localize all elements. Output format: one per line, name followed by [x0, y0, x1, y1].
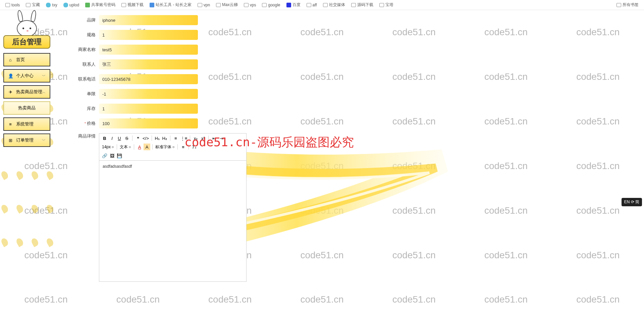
code-button[interactable]: </>	[142, 135, 150, 142]
folder-icon	[307, 3, 311, 7]
link-button[interactable]: 🔗	[101, 152, 108, 159]
input-limit[interactable]	[99, 89, 198, 99]
image-button[interactable]: 🖼	[109, 152, 115, 159]
toolbar-separator	[152, 136, 152, 141]
subscript-button[interactable]: x₂	[192, 135, 199, 142]
nav-label: 个人中心	[16, 73, 34, 79]
folder-icon	[121, 3, 126, 7]
logo-box: 后台管理	[2, 12, 52, 50]
bookmark-txy[interactable]: txy	[44, 1, 59, 8]
wm-text: code51.cn	[208, 294, 252, 305]
toolbar-separator	[190, 136, 190, 141]
wm-text: code51.cn	[576, 294, 620, 305]
row-brand: 品牌	[67, 15, 631, 25]
bookmark-label: 站长工具 - 站长之家	[156, 2, 192, 8]
nav-home[interactable]: ⌂首页	[3, 53, 50, 66]
strike-button[interactable]: S	[123, 135, 130, 142]
bookmark-label: 视频下载	[127, 2, 144, 8]
fontfamily-select[interactable]: 标准字体	[155, 144, 175, 150]
bookmark-label: 百度	[292, 2, 301, 8]
bunny-logo	[12, 12, 42, 39]
sidebar: 后台管理 ⌂首页 👤个人中心﹀ ✈热卖商品管理︿ 热卖商品 ≡系统管理 ⊞订单管…	[0, 10, 54, 151]
ol-button[interactable]: ≡	[172, 135, 179, 142]
fontsize-select[interactable]: 14px	[101, 144, 115, 150]
editor-content[interactable]: asdfadsasdfasdf	[99, 161, 246, 281]
textcolor-button[interactable]: A	[136, 144, 143, 150]
folder-icon	[244, 3, 249, 7]
label-brand: 品牌	[67, 17, 99, 23]
folder-icon	[216, 3, 221, 7]
input-stock[interactable]	[99, 104, 198, 114]
ul-button[interactable]: ⋮≡	[180, 135, 188, 142]
row-phone: 联系电话	[67, 74, 631, 84]
align-button[interactable]: ≡	[180, 144, 186, 150]
outdent-button[interactable]: ⇥	[218, 135, 225, 142]
nav-orders[interactable]: ⊞订单管理﹀	[3, 133, 50, 147]
nav-label: 首页	[16, 57, 25, 63]
row-contact: 联系人	[67, 59, 631, 69]
save-button[interactable]: 💾	[116, 152, 123, 159]
input-spec[interactable]	[99, 30, 198, 40]
bookmark-chinaz[interactable]: 站长工具 - 站长之家	[148, 1, 194, 8]
bookmark-vpn[interactable]: vpn	[196, 1, 212, 8]
label-price: 价格	[67, 120, 99, 126]
chevron-down-icon: ﹀	[42, 73, 46, 78]
folder-icon	[262, 3, 267, 7]
folder-icon	[616, 3, 621, 7]
toolbar-separator	[177, 144, 178, 150]
label-spec: 规格	[67, 32, 99, 38]
toolbar-separator	[134, 144, 134, 150]
input-phone[interactable]	[99, 74, 198, 84]
wm-text: code51.cn	[392, 294, 436, 305]
baidu-icon	[286, 3, 291, 7]
site-icon	[85, 3, 90, 7]
bookmark-video[interactable]: 视频下载	[119, 1, 146, 8]
folder-icon	[323, 3, 328, 7]
bookmark-tools[interactable]: tools	[3, 1, 22, 8]
bookmark-social[interactable]: 社交媒体	[321, 1, 347, 8]
quote-button[interactable]: ❝	[135, 135, 141, 142]
bookmark-max[interactable]: Max云梯	[214, 1, 240, 8]
underline-button[interactable]: U	[116, 135, 123, 142]
bookmark-baozang[interactable]: 宝藏	[24, 1, 42, 8]
toolbar-separator	[117, 144, 117, 150]
input-brand[interactable]	[99, 15, 198, 25]
admin-title: 后台管理	[3, 35, 50, 49]
nav-profile[interactable]: 👤个人中心﹀	[3, 69, 50, 83]
bookmark-google[interactable]: google	[260, 1, 282, 8]
italic-button[interactable]: I	[109, 135, 115, 142]
bookmark-baidu[interactable]: 百度	[284, 1, 303, 8]
nav-products[interactable]: ✈热卖商品管理︿	[3, 85, 50, 99]
bookmark-baota[interactable]: 宝塔	[377, 1, 395, 8]
h1-button[interactable]: H₁	[154, 135, 161, 142]
bookmark-vps[interactable]: vps	[242, 1, 258, 8]
bookmark-all[interactable]: 所有书签	[614, 1, 641, 8]
bold-button[interactable]: B	[101, 135, 108, 142]
texttype-select[interactable]: 文本	[119, 144, 132, 150]
h2-button[interactable]: H₂	[161, 135, 168, 142]
input-contact[interactable]	[99, 59, 198, 69]
bookmark-uplod[interactable]: uplod	[61, 1, 81, 8]
toolbar-separator	[170, 136, 170, 141]
bookmark-bar: tools 宝藏 txy uplod 共享账号密码 视频下载 站长工具 - 站长…	[0, 0, 644, 10]
label-detail: 商品详情	[67, 133, 99, 139]
nav-system[interactable]: ≡系统管理	[3, 117, 50, 131]
list-icon: ≡	[8, 122, 13, 127]
input-seller[interactable]	[99, 45, 198, 55]
bookmark-aff[interactable]: aff	[305, 1, 319, 8]
row-detail: 商品详情 B I U S ❝ </> H₁ H₂ ≡ ⋮≡ x₂ x² ⇤	[67, 133, 631, 282]
bookmark-label: 共享账号密码	[91, 2, 115, 8]
clearformat-button[interactable]: Tₓ	[191, 144, 198, 150]
nav-products-sub[interactable]: 热卖商品	[3, 101, 50, 115]
row-price: 价格	[67, 118, 631, 128]
ime-badge[interactable]: EN ⟳ 简	[622, 198, 642, 206]
bookmark-accounts[interactable]: 共享账号密码	[83, 1, 117, 8]
bgcolor-button[interactable]: A	[144, 144, 150, 150]
label-contact: 联系人	[67, 61, 99, 67]
indent-button[interactable]: ⇤	[211, 135, 217, 142]
home-icon: ⌂	[8, 57, 13, 62]
superscript-button[interactable]: x²	[200, 135, 206, 142]
input-price[interactable]	[99, 118, 198, 128]
bookmark-source[interactable]: 源码下载	[349, 1, 375, 8]
user-icon: 👤	[8, 73, 13, 78]
